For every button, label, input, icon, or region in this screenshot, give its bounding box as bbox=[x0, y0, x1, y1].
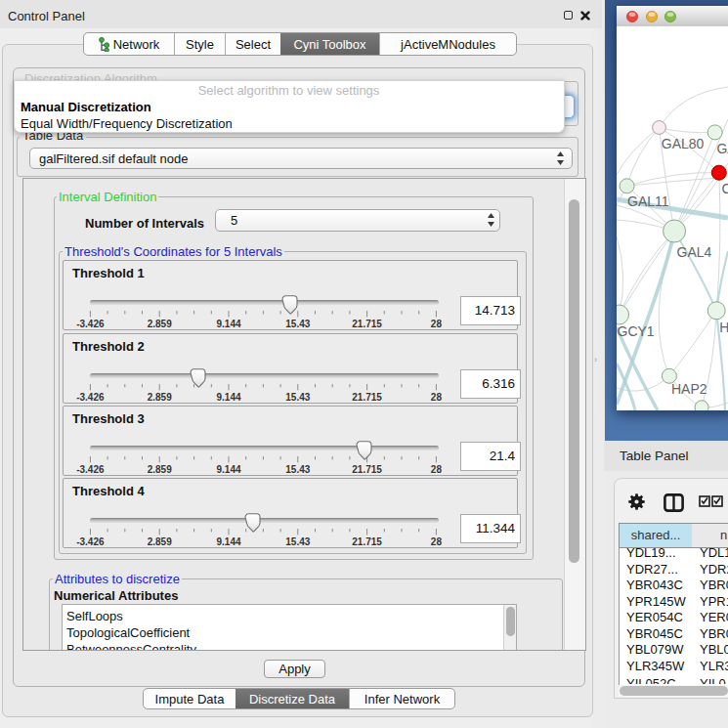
svg-text:GAL80: GAL80 bbox=[662, 136, 705, 151]
svg-text:GAL11: GAL11 bbox=[627, 193, 669, 209]
svg-text:GAL4: GAL4 bbox=[677, 244, 712, 260]
svg-text:HAP2: HAP2 bbox=[671, 381, 707, 397]
svg-text:CY: CY bbox=[721, 181, 728, 196]
svg-text:GCY1: GCY1 bbox=[618, 323, 655, 339]
svg-text:GA: GA bbox=[716, 141, 728, 156]
svg-text:HA: HA bbox=[719, 320, 728, 335]
